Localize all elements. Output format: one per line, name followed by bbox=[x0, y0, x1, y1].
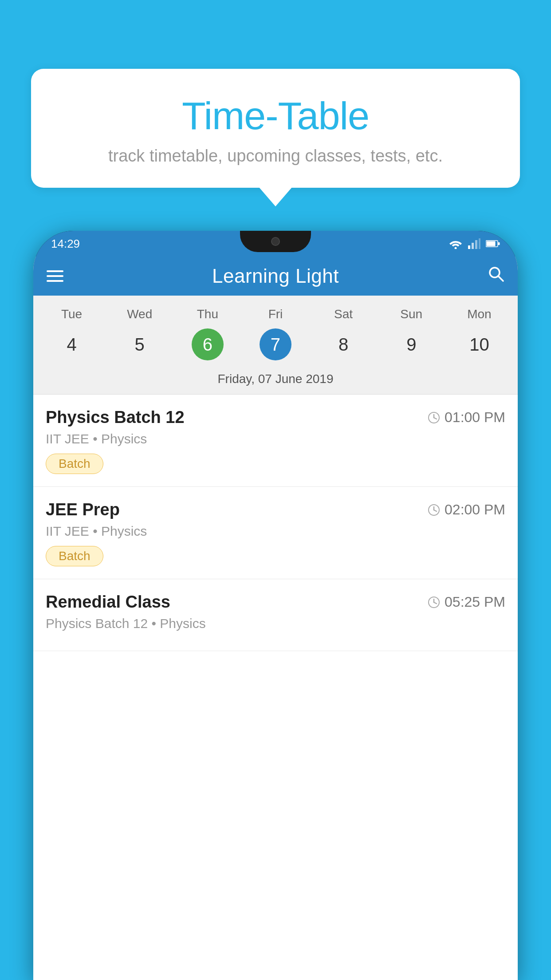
day-header-fri: Fri bbox=[241, 304, 309, 325]
day-header-tue: Tue bbox=[38, 304, 106, 325]
class-time-text: 01:00 PM bbox=[445, 409, 505, 426]
class-name: Remedial Class bbox=[46, 593, 170, 612]
svg-line-12 bbox=[434, 418, 437, 419]
clock-icon bbox=[428, 504, 440, 516]
speech-bubble: Time-Table track timetable, upcoming cla… bbox=[31, 69, 520, 188]
class-time-text: 05:25 PM bbox=[445, 594, 505, 610]
calendar-strip: Tue Wed Thu Fri Sat Sun Mon 4 5 6 7 8 9 … bbox=[33, 296, 518, 395]
camera bbox=[271, 237, 280, 246]
svg-rect-4 bbox=[479, 238, 480, 249]
calendar-day-8[interactable]: 8 bbox=[310, 328, 378, 360]
svg-point-0 bbox=[455, 247, 457, 249]
day-headers: Tue Wed Thu Fri Sat Sun Mon bbox=[33, 304, 518, 325]
battery-icon bbox=[486, 240, 500, 248]
day-numbers: 4 5 6 7 8 9 10 bbox=[33, 325, 518, 367]
phone-screen: Learning Light Tue Wed Thu Fri Sat Sun M… bbox=[33, 257, 518, 980]
calendar-day-6[interactable]: 6 bbox=[192, 328, 224, 360]
batch-badge: Batch bbox=[46, 546, 103, 566]
phone-notch bbox=[240, 231, 311, 252]
batch-badge: Batch bbox=[46, 454, 103, 474]
day-header-wed: Wed bbox=[106, 304, 173, 325]
calendar-day-10[interactable]: 10 bbox=[445, 328, 513, 360]
selected-date: Friday, 07 June 2019 bbox=[33, 367, 518, 395]
hamburger-menu-button[interactable] bbox=[47, 270, 63, 282]
svg-rect-2 bbox=[472, 243, 474, 249]
svg-line-18 bbox=[434, 602, 437, 604]
class-time-text: 02:00 PM bbox=[445, 502, 505, 518]
wifi-icon bbox=[449, 238, 463, 249]
phone-frame: 14:29 bbox=[33, 231, 518, 980]
status-bar: 14:29 bbox=[33, 231, 518, 257]
class-name: JEE Prep bbox=[46, 500, 120, 519]
page-subtitle: track timetable, upcoming classes, tests… bbox=[58, 146, 493, 166]
class-meta: Physics Batch 12 • Physics bbox=[46, 616, 505, 631]
class-meta: IIT JEE • Physics bbox=[46, 431, 505, 447]
svg-rect-3 bbox=[475, 240, 477, 249]
page-title: Time-Table bbox=[58, 93, 493, 138]
day-header-mon: Mon bbox=[445, 304, 513, 325]
class-time: 01:00 PM bbox=[428, 409, 505, 426]
class-item-physics-batch-12[interactable]: Physics Batch 12 01:00 PM IIT JEE • Phys… bbox=[33, 395, 518, 487]
day-header-thu: Thu bbox=[173, 304, 241, 325]
class-meta: IIT JEE • Physics bbox=[46, 524, 505, 539]
class-time: 05:25 PM bbox=[428, 594, 505, 610]
clock-icon bbox=[428, 411, 440, 424]
class-name: Physics Batch 12 bbox=[46, 408, 185, 427]
signal-icon bbox=[468, 238, 480, 249]
class-time: 02:00 PM bbox=[428, 502, 505, 518]
day-header-sat: Sat bbox=[310, 304, 378, 325]
svg-rect-7 bbox=[498, 242, 500, 245]
app-title: Learning Light bbox=[212, 265, 339, 287]
class-item-remedial[interactable]: Remedial Class 05:25 PM Physics Batch 12… bbox=[33, 579, 518, 651]
class-list: Physics Batch 12 01:00 PM IIT JEE • Phys… bbox=[33, 395, 518, 651]
calendar-day-5[interactable]: 5 bbox=[106, 328, 173, 360]
status-time: 14:29 bbox=[51, 237, 80, 251]
calendar-day-4[interactable]: 4 bbox=[38, 328, 106, 360]
clock-icon bbox=[428, 596, 440, 609]
status-icons bbox=[449, 238, 500, 249]
svg-rect-6 bbox=[487, 241, 496, 246]
svg-line-15 bbox=[434, 510, 437, 511]
app-header: Learning Light bbox=[33, 257, 518, 296]
class-item-jee-prep[interactable]: JEE Prep 02:00 PM IIT JEE • Physics Batc… bbox=[33, 487, 518, 579]
calendar-day-7[interactable]: 7 bbox=[260, 328, 291, 360]
day-header-sun: Sun bbox=[378, 304, 445, 325]
svg-line-9 bbox=[498, 276, 503, 281]
search-button[interactable] bbox=[488, 265, 504, 287]
calendar-day-9[interactable]: 9 bbox=[378, 328, 445, 360]
svg-rect-1 bbox=[468, 245, 470, 249]
